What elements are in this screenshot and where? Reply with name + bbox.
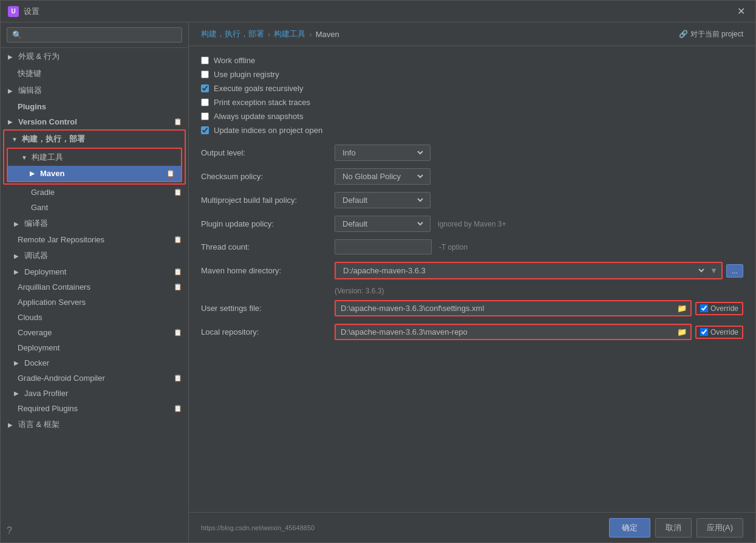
local-repository-control: 📁 Override — [335, 324, 743, 340]
checksum-policy-row: Checksum policy: No Global Policy Strict… — [201, 168, 743, 185]
plugin-update-policy-dropdown[interactable]: Default Never Always Interval — [335, 216, 431, 232]
search-box — [1, 22, 188, 48]
sidebar-item-plugins[interactable]: Plugins — [1, 99, 188, 114]
thread-count-input[interactable] — [335, 239, 432, 254]
output-level-dropdown[interactable]: Info Debug Verbose Quiet — [335, 145, 431, 161]
checksum-policy-control: No Global Policy Strict Lax — [335, 168, 743, 185]
sidebar-item-version-control[interactable]: ▶ Version Control 📋 — [1, 114, 188, 129]
for-project-label: 对于当前 project — [690, 29, 743, 39]
multiproject-policy-control: Default At End Never Immediately — [335, 192, 743, 208]
breadcrumb: 构建，执行，部署 › 构建工具 › Maven 🔗 对于当前 project — [189, 22, 755, 46]
apply-button[interactable]: 应用(A) — [696, 518, 743, 538]
expand-arrow: ▶ — [14, 268, 21, 275]
breadcrumb-maven: Maven — [316, 30, 339, 39]
print-exception-label: Print exception stack traces — [214, 98, 310, 107]
close-button[interactable]: ✕ — [734, 4, 748, 19]
always-update-label: Always update snapshots — [214, 112, 303, 121]
local-repository-override-checkbox[interactable] — [700, 328, 708, 336]
title-bar: U 设置 ✕ — [1, 1, 755, 22]
sidebar-item-gradle[interactable]: Gradle 📋 — [1, 185, 188, 200]
checksum-policy-select[interactable]: No Global Policy Strict Lax — [340, 171, 425, 182]
maven-home-select[interactable]: D:/apache-maven-3.6.3 — [336, 263, 706, 278]
user-settings-control: 📁 Override — [335, 300, 743, 316]
user-settings-label: User settings file: — [201, 304, 335, 313]
local-repository-input[interactable] — [336, 325, 673, 339]
user-settings-input[interactable] — [336, 301, 673, 315]
sidebar-item-keymap[interactable]: 快捷键 — [1, 65, 188, 82]
sidebar-item-app-servers[interactable]: Application Servers — [1, 295, 188, 310]
expand-arrow: ▶ — [14, 220, 21, 227]
checkbox-print-exception: Print exception stack traces — [201, 98, 743, 107]
main-panel: 构建，执行，部署 › 构建工具 › Maven 🔗 对于当前 project W… — [189, 22, 755, 542]
sidebar-item-remote-jar[interactable]: Remote Jar Repositories 📋 — [1, 232, 188, 247]
plugin-update-policy-select[interactable]: Default Never Always Interval — [340, 219, 425, 229]
sidebar: ▶ 外观 & 行为 快捷键 ▶ 编辑器 Plugins ▶ Version Co… — [1, 22, 189, 542]
folder-icon: 📁 — [673, 327, 690, 336]
sidebar-item-lang-framework[interactable]: ▶ 语言 & 框架 — [1, 416, 188, 433]
breadcrumb-build-tools[interactable]: 构建工具 — [274, 29, 305, 39]
sidebar-item-maven[interactable]: ▶ Maven 📋 — [8, 166, 181, 181]
expand-arrow: ▶ — [8, 118, 15, 125]
sidebar-item-arquillian[interactable]: Arquillian Containers 📋 — [1, 279, 188, 295]
breadcrumb-sep2: › — [309, 30, 312, 39]
print-exception-checkbox[interactable] — [201, 98, 209, 106]
copy-icon: 📋 — [174, 118, 182, 126]
use-plugin-checkbox[interactable] — [201, 70, 209, 78]
settings-content: Work offline Use plugin registry Execute… — [189, 46, 755, 512]
multiproject-policy-label: Multiproject build fail policy: — [201, 196, 335, 205]
plugin-update-hint: ignored by Maven 3+ — [438, 220, 506, 228]
maven-home-label: Maven home directory: — [201, 266, 335, 275]
expand-arrow: ▶ — [14, 390, 21, 397]
multiproject-policy-dropdown[interactable]: Default At End Never Immediately — [335, 192, 431, 208]
sidebar-item-build-exec-deploy[interactable]: ▼ 构建，执行，部署 — [4, 131, 185, 148]
copy-icon: 📋 — [166, 169, 175, 177]
checksum-policy-dropdown[interactable]: No Global Policy Strict Lax — [335, 168, 431, 185]
footer-url: https://blog.csdn.net/weixin_45648850 — [201, 524, 315, 531]
sidebar-item-appearance[interactable]: ▶ 外观 & 行为 — [1, 48, 188, 65]
work-offline-label: Work offline — [214, 56, 255, 65]
copy-icon: 📋 — [174, 405, 182, 412]
sidebar-item-gant[interactable]: Gant — [1, 200, 188, 215]
copy-icon: 📋 — [174, 283, 182, 291]
expand-arrow: ▼ — [12, 136, 19, 143]
always-update-checkbox[interactable] — [201, 112, 209, 120]
execute-goals-checkbox[interactable] — [201, 84, 209, 92]
sidebar-item-java-profiler[interactable]: ▶ Java Profiler — [1, 386, 188, 401]
sidebar-item-docker[interactable]: ▶ Docker — [1, 355, 188, 371]
sidebar-item-editor[interactable]: ▶ 编辑器 — [1, 82, 188, 99]
breadcrumb-build[interactable]: 构建，执行，部署 — [201, 29, 264, 39]
expand-arrow: ▶ — [8, 53, 15, 60]
sidebar-item-gradle-android[interactable]: Gradle-Android Compiler 📋 — [1, 371, 188, 386]
multiproject-policy-select[interactable]: Default At End Never Immediately — [340, 195, 425, 205]
thread-count-label: Thread count: — [201, 242, 335, 251]
copy-icon: 📋 — [174, 374, 182, 382]
sidebar-item-clouds[interactable]: Clouds — [1, 310, 188, 325]
ok-button[interactable]: 确定 — [609, 518, 650, 538]
help-icon[interactable]: ? — [7, 525, 12, 536]
user-settings-row: User settings file: 📁 Override — [201, 300, 743, 316]
maven-home-browse-button[interactable]: ... — [726, 264, 743, 278]
sidebar-item-required-plugins[interactable]: Required Plugins 📋 — [1, 401, 188, 416]
sidebar-item-debugger[interactable]: ▶ 调试器 — [1, 247, 188, 264]
sidebar-item-deployment2[interactable]: Deployment — [1, 340, 188, 355]
sidebar-item-deployment[interactable]: ▶ Deployment 📋 — [1, 264, 188, 279]
sidebar-item-build-tools[interactable]: ▼ 构建工具 — [8, 149, 181, 166]
folder-icon: 📁 — [673, 304, 690, 313]
sidebar-item-compiler[interactable]: ▶ 编译器 — [1, 215, 188, 232]
thread-count-control: -T option — [335, 239, 743, 254]
search-input[interactable] — [7, 27, 182, 43]
user-settings-override-checkbox[interactable] — [700, 304, 708, 312]
sidebar-item-coverage[interactable]: Coverage 📋 — [1, 325, 188, 340]
update-indices-checkbox[interactable] — [201, 126, 209, 134]
content-area: ▶ 外观 & 行为 快捷键 ▶ 编辑器 Plugins ▶ Version Co… — [1, 22, 755, 542]
thread-count-row: Thread count: -T option — [201, 239, 743, 254]
checkbox-always-update: Always update snapshots — [201, 112, 743, 121]
multiproject-policy-row: Multiproject build fail policy: Default … — [201, 192, 743, 208]
copy-icon: 📋 — [174, 236, 182, 244]
work-offline-checkbox[interactable] — [201, 56, 209, 64]
cancel-button[interactable]: 取消 — [655, 518, 692, 538]
checksum-policy-label: Checksum policy: — [201, 172, 335, 181]
output-level-select[interactable]: Info Debug Verbose Quiet — [340, 148, 425, 158]
dropdown-arrow-icon: ▼ — [706, 266, 721, 275]
for-project-section: 🔗 对于当前 project — [679, 29, 743, 39]
